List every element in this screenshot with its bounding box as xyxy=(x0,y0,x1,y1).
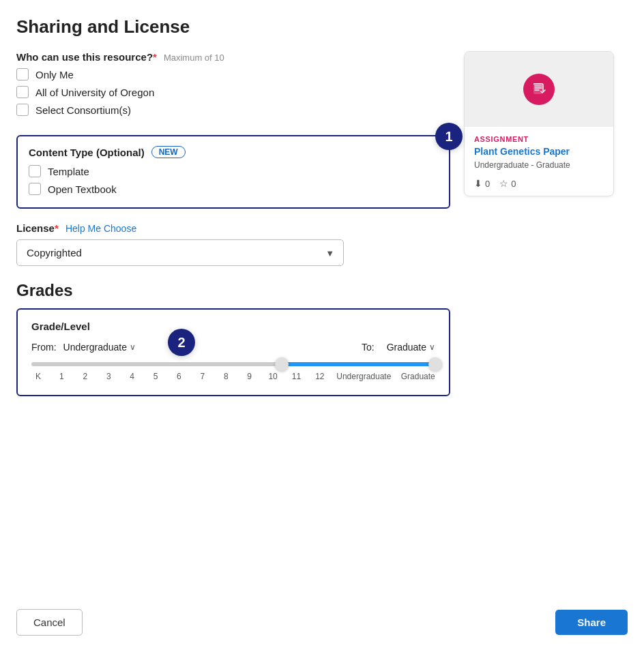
checkbox-only-me: Only Me xyxy=(16,68,450,80)
grade-to-dropdown-arrow-icon: ∨ xyxy=(429,342,435,352)
assignment-icon xyxy=(523,74,555,105)
card-stars: ☆ 0 xyxy=(499,178,516,189)
grade-level-title: Grade/Level xyxy=(31,321,435,332)
checkbox-template-label: Template xyxy=(48,166,89,177)
content-type-title: Content Type (Optional) NEW xyxy=(29,146,438,158)
checkbox-all-university-input[interactable] xyxy=(16,86,29,98)
checkbox-select-consortium-input[interactable] xyxy=(16,104,29,116)
right-panel: ASSIGNMENT Plant Genetics Paper Undergra… xyxy=(464,51,628,587)
checkbox-all-university-label: All of University of Oregon xyxy=(35,87,154,98)
checkbox-all-university: All of University of Oregon xyxy=(16,86,450,98)
tick-8: 8 xyxy=(219,372,233,381)
who-label: Who can use this resource?*Maximum of 10 xyxy=(16,51,450,63)
tick-10: 10 xyxy=(266,372,280,381)
main-content: Who can use this resource?*Maximum of 10… xyxy=(16,51,628,587)
card-downloads: ⬇ 0 xyxy=(474,178,490,189)
download-icon: ⬇ xyxy=(474,178,482,189)
card-type-label: ASSIGNMENT xyxy=(474,135,604,143)
tick-5: 5 xyxy=(149,372,162,381)
cancel-button[interactable]: Cancel xyxy=(16,609,83,636)
grade-from-dropdown-arrow-icon: ∨ xyxy=(130,342,136,352)
grade-to-dropdown[interactable]: Graduate ∨ xyxy=(387,342,435,353)
checkbox-template-input[interactable] xyxy=(29,165,41,177)
grade-to-value: Graduate xyxy=(387,342,426,353)
svg-rect-0 xyxy=(533,83,542,94)
tick-4: 4 xyxy=(126,372,139,381)
footer-buttons: Cancel Share xyxy=(16,604,628,636)
resource-card: ASSIGNMENT Plant Genetics Paper Undergra… xyxy=(464,51,614,196)
content-type-label: Content Type (Optional) xyxy=(29,147,145,158)
who-label-text: Who can use this resource? xyxy=(16,51,153,63)
left-panel: Who can use this resource?*Maximum of 10… xyxy=(16,51,450,587)
step-badge-2: 2 xyxy=(168,329,195,356)
star-count: 0 xyxy=(511,179,516,189)
grade-to-label: To: xyxy=(362,342,375,353)
step-badge-1: 1 xyxy=(435,123,463,150)
grade-controls: From: Undergraduate ∨ To: Graduate ∨ xyxy=(31,342,435,353)
grades-section: Grades 2 Grade/Level From: Undergraduate… xyxy=(16,281,450,396)
license-label: License* Help Me Choose xyxy=(16,222,450,234)
help-me-choose-link[interactable]: Help Me Choose xyxy=(65,223,136,234)
share-button[interactable]: Share xyxy=(555,610,628,635)
card-body: ASSIGNMENT Plant Genetics Paper Undergra… xyxy=(465,127,613,196)
checkbox-template: Template xyxy=(29,165,438,177)
license-select[interactable]: Copyrighted CC BY CC BY-SA CC BY-ND CC B… xyxy=(16,239,344,266)
license-required: * xyxy=(55,222,59,234)
card-stats: ⬇ 0 ☆ 0 xyxy=(474,178,604,189)
who-section: Who can use this resource?*Maximum of 10… xyxy=(16,51,450,121)
card-title: Plant Genetics Paper xyxy=(474,146,604,157)
slider-thumb-right[interactable] xyxy=(428,357,442,371)
tick-12: 12 xyxy=(313,372,327,381)
content-type-box: 1 Content Type (Optional) NEW Template O… xyxy=(16,135,450,209)
grade-slider-container xyxy=(31,362,435,366)
card-image-area xyxy=(465,52,613,127)
checkbox-only-me-label: Only Me xyxy=(35,69,74,80)
slider-track xyxy=(31,362,435,366)
checkbox-open-textbook: Open Textbook xyxy=(29,183,438,195)
card-subtitle: Undergraduate - Graduate xyxy=(474,160,604,170)
tick-2: 2 xyxy=(78,372,92,381)
grade-level-box: 2 Grade/Level From: Undergraduate ∨ To: … xyxy=(16,308,450,396)
slider-fill xyxy=(282,362,435,366)
tick-graduate: Graduate xyxy=(401,372,435,381)
grade-from-dropdown[interactable]: Undergraduate ∨ xyxy=(63,342,136,353)
page-container: Sharing and License Who can use this res… xyxy=(0,0,644,652)
checkbox-select-consortium-label: Select Consortium(s) xyxy=(35,104,131,116)
tick-9: 9 xyxy=(243,372,257,381)
grades-title: Grades xyxy=(16,281,450,300)
new-badge: NEW xyxy=(151,146,186,158)
tick-K: K xyxy=(31,372,45,381)
who-required: * xyxy=(153,51,157,63)
license-section: License* Help Me Choose Copyrighted CC B… xyxy=(16,222,450,266)
checkbox-select-consortium: Select Consortium(s) xyxy=(16,104,450,116)
tick-7: 7 xyxy=(196,372,209,381)
page-title: Sharing and License xyxy=(16,16,628,38)
tick-1: 1 xyxy=(55,372,68,381)
download-count: 0 xyxy=(485,179,490,189)
checkbox-only-me-input[interactable] xyxy=(16,68,29,80)
checkbox-open-textbook-label: Open Textbook xyxy=(48,183,117,195)
license-label-text: License xyxy=(16,222,55,234)
tick-6: 6 xyxy=(172,372,186,381)
license-select-wrapper: Copyrighted CC BY CC BY-SA CC BY-ND CC B… xyxy=(16,239,344,266)
who-hint: Maximum of 10 xyxy=(164,53,224,63)
slider-ticks: K 1 2 3 4 5 6 7 8 9 10 11 12 Undergradua… xyxy=(31,372,435,381)
grade-from-label: From: xyxy=(31,342,57,353)
grade-from-value: Undergraduate xyxy=(63,342,127,353)
star-icon: ☆ xyxy=(499,178,508,189)
tick-3: 3 xyxy=(102,372,115,381)
tick-undergraduate: Undergraduate xyxy=(336,372,391,381)
checkbox-open-textbook-input[interactable] xyxy=(29,183,41,195)
tick-11: 11 xyxy=(289,372,303,381)
slider-thumb-left[interactable] xyxy=(275,357,289,371)
